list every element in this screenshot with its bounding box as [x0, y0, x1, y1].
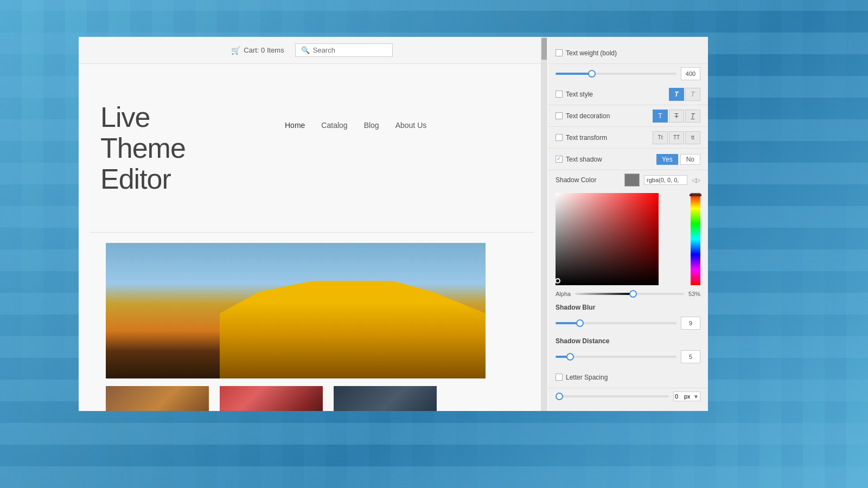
text-weight-row: Text weight (bold): [548, 42, 708, 64]
nav-item-blog[interactable]: Blog: [364, 121, 379, 130]
thumbnail-3[interactable]: [334, 386, 437, 411]
shadow-distance-thumb[interactable]: [566, 353, 574, 361]
letter-spacing-row: Letter Spacing: [548, 367, 708, 388]
text-transform-uppercase-btn[interactable]: TT: [669, 131, 684, 144]
hue-cursor[interactable]: [690, 194, 701, 196]
top-bar: 🛒 Cart: 0 Items 🔍 Search: [79, 37, 545, 64]
nav-item-home[interactable]: Home: [285, 121, 305, 130]
letter-spacing-unit[interactable]: 0 px ▼: [673, 391, 700, 401]
text-weight-checkbox[interactable]: [556, 49, 563, 56]
text-weight-thumb[interactable]: [588, 70, 596, 78]
thumbnail-grid: [106, 386, 437, 411]
text-shadow-no-btn[interactable]: No: [680, 154, 700, 165]
hue-bar-container[interactable]: [691, 193, 700, 285]
text-weight-slider[interactable]: [556, 73, 676, 75]
text-transform-buttons: Tt TT tt: [653, 131, 700, 144]
shadow-color-drag: ◁▷: [692, 177, 700, 184]
text-weight-value: 400: [681, 67, 700, 80]
cart-icon: 🛒: [231, 46, 240, 55]
color-picker-wrapper: [556, 193, 700, 285]
preview-scrollbar[interactable]: [541, 37, 547, 411]
color-gradient: [556, 193, 659, 285]
cart-button[interactable]: 🛒 Cart: 0 Items: [231, 46, 284, 55]
color-picker-area[interactable]: [556, 193, 659, 285]
logo-area: Live Theme Editor: [90, 97, 196, 201]
text-weight-fill: [556, 73, 592, 75]
text-shadow-checkbox[interactable]: [556, 156, 563, 163]
hue-bar: [691, 193, 700, 285]
nav-item-catalog[interactable]: Catalog: [321, 121, 347, 130]
text-decoration-checkbox[interactable]: [556, 112, 563, 119]
scrollbar-thumb[interactable]: [541, 38, 547, 60]
shadow-color-label: Shadow Color: [556, 176, 620, 184]
text-transform-checkbox[interactable]: [556, 134, 563, 141]
text-style-label: Text style: [566, 91, 669, 98]
text-transform-lowercase-btn[interactable]: tt: [685, 131, 700, 144]
hero-image-inner: [106, 243, 486, 378]
text-transform-capitalize-btn[interactable]: Tt: [653, 131, 668, 144]
letter-spacing-label: Letter Spacing: [566, 374, 700, 381]
text-decoration-underline-btn[interactable]: T: [685, 110, 700, 123]
nav-menu: Home Catalog Blog About Us: [285, 121, 426, 130]
text-decoration-label: Text decoration: [566, 112, 653, 120]
text-decoration-strikethrough-btn[interactable]: T: [669, 110, 684, 123]
text-weight-label: Text weight (bold): [566, 49, 700, 57]
letter-spacing-slider-row: 0 px ▼: [548, 388, 708, 404]
shadow-blur-value: 9: [681, 317, 700, 330]
shadow-color-swatch[interactable]: [624, 174, 640, 187]
letter-spacing-checkbox[interactable]: [556, 374, 563, 381]
search-text: Search: [313, 46, 335, 54]
search-box[interactable]: 🔍 Search: [295, 43, 393, 57]
shadow-blur-thumb[interactable]: [576, 319, 584, 327]
shadow-distance-slider[interactable]: [556, 356, 676, 358]
text-shadow-row: Text shadow Yes No: [548, 149, 708, 170]
search-icon: 🔍: [301, 46, 310, 54]
shadow-blur-label: Shadow Blur: [548, 299, 708, 313]
cart-label: Cart: 0 Items: [244, 46, 284, 54]
text-decoration-row: Text decoration T T T: [548, 105, 708, 127]
preview-area: 🛒 Cart: 0 Items 🔍 Search Live Theme Edit…: [79, 37, 545, 411]
letter-spacing-value: 0: [675, 393, 678, 400]
text-shadow-buttons: Yes No: [656, 154, 700, 165]
hero-image: [106, 243, 486, 378]
alpha-value: 53%: [688, 291, 700, 297]
logo-divider: [90, 232, 534, 233]
right-panel: Text weight (bold) 400 Text style T T Te…: [548, 37, 708, 411]
thumbnail-1[interactable]: [106, 386, 209, 411]
text-style-buttons: T T: [669, 88, 700, 101]
letter-spacing-thumb[interactable]: [556, 393, 563, 400]
unit-dropdown-arrow[interactable]: ▼: [693, 394, 699, 400]
text-transform-row: Text transform Tt TT tt: [548, 127, 708, 149]
alpha-row: Alpha 53%: [548, 288, 708, 299]
logo-line1: Live Theme Editor: [100, 102, 186, 195]
text-decoration-none-btn[interactable]: T: [653, 110, 668, 123]
shadow-distance-slider-row: 5: [548, 347, 708, 367]
nav-item-about[interactable]: About Us: [395, 121, 427, 130]
text-decoration-buttons: T T T: [653, 110, 700, 123]
letter-spacing-slider[interactable]: [556, 395, 669, 397]
letter-spacing-unit-text: px: [684, 393, 691, 400]
hero-car: [220, 270, 486, 378]
shadow-blur-slider[interactable]: [556, 322, 676, 324]
alpha-slider[interactable]: [575, 293, 684, 295]
alpha-thumb[interactable]: [629, 290, 637, 298]
shadow-distance-value: 5: [681, 350, 700, 363]
shadow-distance-label: Shadow Distance: [548, 333, 708, 347]
text-style-checkbox[interactable]: [556, 91, 563, 98]
text-style-italic-btn[interactable]: T: [669, 88, 684, 101]
text-shadow-yes-btn[interactable]: Yes: [656, 154, 678, 165]
shadow-blur-slider-row: 9: [548, 313, 708, 333]
text-weight-slider-row: 400: [548, 64, 708, 84]
alpha-fill: [575, 293, 633, 295]
alpha-label: Alpha: [556, 291, 571, 297]
color-picker-container: [548, 190, 708, 288]
thumbnail-2[interactable]: [220, 386, 323, 411]
text-shadow-label: Text shadow: [566, 156, 656, 163]
text-style-row: Text style T T: [548, 84, 708, 105]
shadow-color-value[interactable]: rgba(0, 0, 0,: [644, 175, 687, 185]
text-style-normal-btn[interactable]: T: [685, 88, 700, 101]
text-transform-label: Text transform: [566, 134, 653, 142]
shadow-color-row: Shadow Color rgba(0, 0, 0, ◁▷: [548, 170, 708, 190]
